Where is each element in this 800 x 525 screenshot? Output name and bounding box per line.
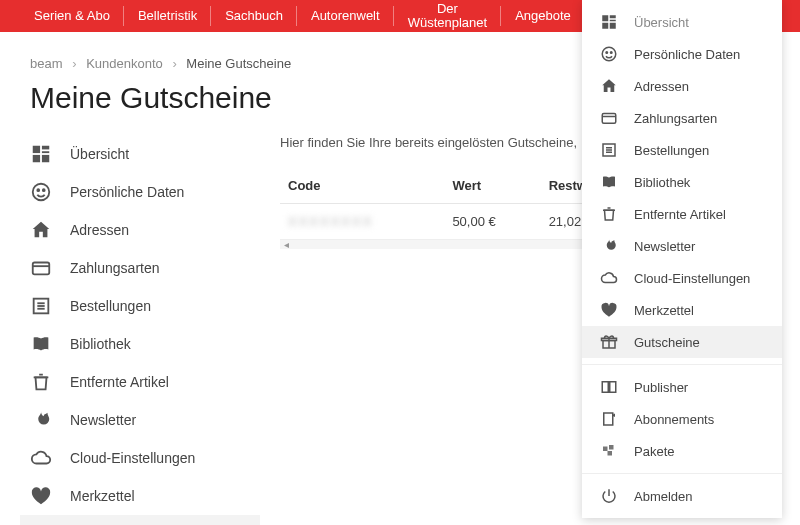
account-dropdown: ÜbersichtPersönliche DatenAdressenZahlun… <box>582 0 782 518</box>
svg-rect-19 <box>602 23 608 29</box>
topnav-item[interactable]: DerWüstenplanet <box>394 0 502 32</box>
list-icon <box>600 141 618 159</box>
sidebar-item-home[interactable]: Adressen <box>20 211 260 249</box>
svg-point-7 <box>43 189 45 191</box>
svg-rect-18 <box>610 20 616 22</box>
breadcrumb-root[interactable]: beam <box>30 56 63 71</box>
pkg-icon <box>600 442 618 460</box>
svg-rect-32 <box>604 413 613 425</box>
pub-icon <box>600 378 618 396</box>
topnav-item[interactable]: Angebote <box>501 0 585 32</box>
breadcrumb-sep: › <box>172 56 176 71</box>
breadcrumb-sep: › <box>72 56 76 71</box>
cloud-icon <box>30 447 52 469</box>
sidebar-item-label: Übersicht <box>70 146 129 162</box>
dropdown-item-label: Bestellungen <box>634 143 709 158</box>
sidebar-item-card[interactable]: Zahlungsarten <box>20 249 260 287</box>
dropdown-item-heart[interactable]: Merkzettel <box>582 294 782 326</box>
home-icon <box>600 77 618 95</box>
dropdown-item-label: Publisher <box>634 380 688 395</box>
sidebar-item-label: Persönliche Daten <box>70 184 184 200</box>
sub-icon <box>600 410 618 428</box>
sidebar-item-trash[interactable]: Entfernte Artikel <box>20 363 260 401</box>
dropdown-item-card[interactable]: Zahlungsarten <box>582 102 782 134</box>
svg-rect-8 <box>33 263 50 275</box>
dropdown-item-cloud[interactable]: Cloud-Einstellungen <box>582 262 782 294</box>
dropdown-item-label: Cloud-Einstellungen <box>634 271 750 286</box>
topnav-item[interactable]: Autorenwelt <box>297 0 394 32</box>
svg-rect-1 <box>42 146 49 150</box>
dropdown-item-face[interactable]: Persönliche Daten <box>582 38 782 70</box>
dropdown-item-book[interactable]: Bibliothek <box>582 166 782 198</box>
svg-rect-24 <box>602 114 616 124</box>
sidebar-item-heart[interactable]: Merkzettel <box>20 477 260 515</box>
dropdown-item-label: Bibliothek <box>634 175 690 190</box>
cell-code: XXXXXXXX <box>280 204 444 240</box>
dashboard-icon <box>30 143 52 165</box>
dropdown-item-power[interactable]: Abmelden <box>582 480 782 512</box>
dropdown-item-home[interactable]: Adressen <box>582 70 782 102</box>
topnav-item[interactable]: Belletristik <box>124 0 211 32</box>
sidebar-item-label: Merkzettel <box>70 488 135 504</box>
power-icon <box>600 487 618 505</box>
dropdown-item-label: Abonnements <box>634 412 714 427</box>
fire-icon <box>30 409 52 431</box>
dropdown-item-label: Abmelden <box>634 489 693 504</box>
sidebar-item-cloud[interactable]: Cloud-Einstellungen <box>20 439 260 477</box>
account-sidebar: ÜbersichtPersönliche DatenAdressenZahlun… <box>20 135 260 525</box>
sidebar-item-label: Entfernte Artikel <box>70 374 169 390</box>
topnav-item[interactable]: Serien & Abo <box>20 0 124 32</box>
svg-point-6 <box>37 189 39 191</box>
card-icon <box>600 109 618 127</box>
dropdown-item-label: Newsletter <box>634 239 695 254</box>
svg-rect-20 <box>610 23 616 29</box>
dropdown-item-pkg[interactable]: Pakete <box>582 435 782 467</box>
cell-value: 50,00 € <box>444 204 540 240</box>
dropdown-item-label: Adressen <box>634 79 689 94</box>
dropdown-item-label: Entfernte Artikel <box>634 207 726 222</box>
svg-point-21 <box>602 47 616 61</box>
col-code: Code <box>280 168 444 204</box>
home-icon <box>30 219 52 241</box>
dropdown-item-sub[interactable]: Abonnements <box>582 403 782 435</box>
heart-icon <box>30 485 52 507</box>
sidebar-item-dashboard[interactable]: Übersicht <box>20 135 260 173</box>
dropdown-item-label: Gutscheine <box>634 335 700 350</box>
sidebar-item-face[interactable]: Persönliche Daten <box>20 173 260 211</box>
face-icon <box>30 181 52 203</box>
sidebar-item-gift[interactable]: Gutscheine <box>20 515 260 525</box>
dropdown-item-gift[interactable]: Gutscheine <box>582 326 782 358</box>
scroll-left-icon[interactable]: ◂ <box>284 239 289 250</box>
sidebar-item-fire[interactable]: Newsletter <box>20 401 260 439</box>
sidebar-item-label: Bestellungen <box>70 298 151 314</box>
sidebar-item-label: Cloud-Einstellungen <box>70 450 195 466</box>
trash-icon <box>30 371 52 393</box>
svg-rect-4 <box>42 155 49 162</box>
dropdown-item-fire[interactable]: Newsletter <box>582 230 782 262</box>
sidebar-item-book[interactable]: Bibliothek <box>20 325 260 363</box>
book-icon <box>600 173 618 191</box>
book-icon <box>30 333 52 355</box>
face-icon <box>600 45 618 63</box>
breadcrumb-current: Meine Gutscheine <box>186 56 291 71</box>
svg-point-22 <box>606 52 608 54</box>
dropdown-item-pub[interactable]: Publisher <box>582 371 782 403</box>
dropdown-item-list[interactable]: Bestellungen <box>582 134 782 166</box>
list-icon <box>30 295 52 317</box>
sidebar-item-label: Newsletter <box>70 412 136 428</box>
svg-point-5 <box>33 184 50 201</box>
sidebar-item-list[interactable]: Bestellungen <box>20 287 260 325</box>
heart-icon <box>600 301 618 319</box>
dropdown-item-label: Übersicht <box>634 15 689 30</box>
sidebar-item-label: Adressen <box>70 222 129 238</box>
svg-rect-3 <box>33 155 40 162</box>
dropdown-item-trash[interactable]: Entfernte Artikel <box>582 198 782 230</box>
breadcrumb-mid[interactable]: Kundenkonto <box>86 56 163 71</box>
svg-rect-0 <box>33 146 40 153</box>
dropdown-item-dashboard[interactable]: Übersicht <box>582 6 782 38</box>
topnav-item[interactable]: Sachbuch <box>211 0 297 32</box>
cloud-icon <box>600 269 618 287</box>
svg-rect-2 <box>42 151 49 153</box>
sidebar-item-label: Bibliothek <box>70 336 131 352</box>
sidebar-item-label: Zahlungsarten <box>70 260 160 276</box>
